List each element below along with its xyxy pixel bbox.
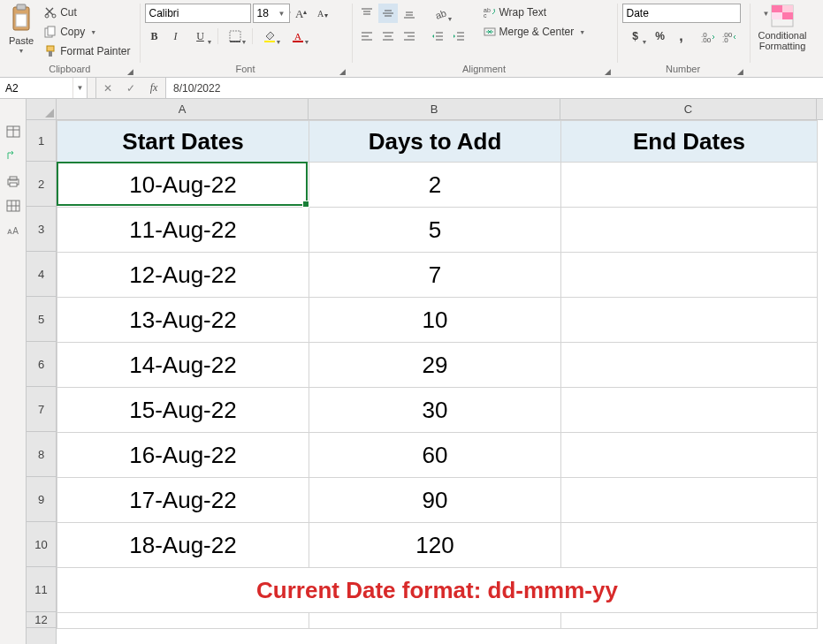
font-size-input[interactable] <box>254 4 275 22</box>
decrease-decimal-button[interactable]: .00.0 <box>720 27 739 46</box>
decrease-indent-button[interactable] <box>428 27 447 46</box>
cell[interactable]: 14-Aug-22 <box>57 343 309 388</box>
cancel-formula-button[interactable]: ✕ <box>96 78 119 98</box>
conditional-formatting-button[interactable]: Conditional Formatting <box>755 2 811 53</box>
align-left-button[interactable] <box>357 27 377 46</box>
clipboard-launcher[interactable]: ◢ <box>126 66 136 77</box>
cell[interactable] <box>561 613 818 629</box>
cell[interactable]: 7 <box>309 253 561 298</box>
row-header-9[interactable]: 9 <box>27 477 56 522</box>
cell[interactable]: 13-Aug-22 <box>57 298 309 343</box>
row-header-5[interactable]: 5 <box>27 297 56 342</box>
cell[interactable]: 15-Aug-22 <box>57 388 309 433</box>
formula-input[interactable]: 8/10/2022 <box>166 78 823 98</box>
row-header-4[interactable]: 4 <box>27 252 56 297</box>
font-launcher[interactable]: ◢ <box>338 66 348 77</box>
cell[interactable]: 12-Aug-22 <box>57 253 309 298</box>
cell[interactable] <box>57 613 309 629</box>
header-cell[interactable]: Days to Add <box>309 121 561 163</box>
spreadsheet-grid[interactable]: ABC 123456789101112 Start DatesDays to A… <box>27 99 823 644</box>
cell[interactable] <box>561 298 818 343</box>
cell[interactable]: 18-Aug-22 <box>57 523 309 568</box>
cell[interactable]: 16-Aug-22 <box>57 433 309 478</box>
cell[interactable] <box>561 163 818 208</box>
comma-button[interactable]: , <box>672 27 691 46</box>
cell[interactable] <box>561 343 818 388</box>
number-format-input[interactable] <box>623 4 763 22</box>
row-header-6[interactable]: 6 <box>27 342 56 387</box>
cell[interactable]: 60 <box>309 433 561 478</box>
column-header-A[interactable]: A <box>57 99 309 119</box>
percent-button[interactable]: % <box>651 27 670 46</box>
decrease-font-button[interactable]: A▾ <box>313 4 332 23</box>
row-header-12[interactable]: 12 <box>27 612 56 628</box>
increase-decimal-button[interactable]: .0.00 <box>698 27 718 46</box>
cell[interactable]: 120 <box>309 523 561 568</box>
orientation-button[interactable]: ab▼ <box>428 4 454 23</box>
wrap-text-button[interactable]: abc Wrap Text <box>480 4 590 21</box>
cell[interactable] <box>309 613 561 629</box>
name-box-input[interactable] <box>0 78 72 98</box>
toolstrip-print-icon[interactable] <box>4 173 22 189</box>
align-bottom-button[interactable] <box>400 4 419 23</box>
cell[interactable] <box>561 523 818 568</box>
enter-formula-button[interactable]: ✓ <box>119 78 142 98</box>
italic-button[interactable]: I <box>166 27 186 46</box>
toolstrip-text-icon[interactable]: ᴀA <box>4 223 22 239</box>
increase-indent-button[interactable] <box>449 27 469 46</box>
format-painter-button[interactable]: Format Painter <box>41 42 133 60</box>
underline-button[interactable]: U▼ <box>187 27 214 46</box>
number-launcher[interactable]: ◢ <box>735 66 746 77</box>
cut-button[interactable]: Cut <box>41 4 133 21</box>
note-cell[interactable]: Current Date format: dd-mmm-yy <box>57 568 818 613</box>
align-center-button[interactable] <box>378 27 398 46</box>
cell[interactable]: 90 <box>309 478 561 523</box>
cell[interactable] <box>561 253 818 298</box>
column-header-C[interactable]: C <box>560 99 817 119</box>
chevron-down-icon[interactable]: ▼ <box>72 78 87 98</box>
currency-button[interactable]: $▼ <box>622 27 649 46</box>
header-cell[interactable]: Start Dates <box>57 121 309 163</box>
cell[interactable]: 2 <box>309 163 561 208</box>
cell[interactable] <box>561 478 818 523</box>
bold-button[interactable]: B <box>145 27 164 46</box>
chevron-down-icon[interactable]: ▼ <box>275 10 289 18</box>
row-header-1[interactable]: 1 <box>27 120 56 162</box>
align-middle-button[interactable] <box>378 4 398 23</box>
increase-font-button[interactable]: A▴ <box>292 4 311 23</box>
align-top-button[interactable] <box>357 4 377 23</box>
align-right-button[interactable] <box>400 27 419 46</box>
cell[interactable]: 11-Aug-22 <box>57 208 309 253</box>
cell[interactable]: 10 <box>309 298 561 343</box>
insert-function-button[interactable]: fx <box>142 78 165 98</box>
borders-button[interactable]: ▼ <box>222 27 248 46</box>
cell[interactable]: 10-Aug-22 <box>57 163 309 208</box>
row-header-10[interactable]: 10 <box>27 522 56 567</box>
cell[interactable] <box>561 388 818 433</box>
font-name-combo[interactable]: ▼ <box>145 4 251 23</box>
cell[interactable] <box>561 433 818 478</box>
font-size-combo[interactable]: ▼ <box>253 4 290 23</box>
paste-button[interactable]: Paste ▼ <box>5 2 37 56</box>
cell[interactable]: 30 <box>309 388 561 433</box>
toolstrip-grid-icon[interactable] <box>4 198 22 214</box>
select-all-corner[interactable] <box>27 99 57 120</box>
cell[interactable]: 17-Aug-22 <box>57 478 309 523</box>
cell[interactable] <box>561 208 818 253</box>
row-header-11[interactable]: 11 <box>27 567 56 612</box>
merge-center-button[interactable]: Merge & Center ▼ <box>480 23 590 41</box>
header-cell[interactable]: End Dates <box>561 121 818 163</box>
alignment-launcher[interactable]: ◢ <box>603 66 613 77</box>
row-header-3[interactable]: 3 <box>27 207 56 252</box>
row-header-7[interactable]: 7 <box>27 387 56 432</box>
row-header-2[interactable]: 2 <box>27 162 56 207</box>
fill-color-button[interactable]: ▼ <box>256 27 283 46</box>
font-color-button[interactable]: A ▼ <box>285 27 311 46</box>
cell[interactable]: 29 <box>309 343 561 388</box>
toolstrip-step-icon[interactable] <box>4 148 22 164</box>
row-header-8[interactable]: 8 <box>27 432 56 477</box>
toolstrip-table-icon[interactable] <box>4 124 22 140</box>
number-format-combo[interactable]: ▼ <box>622 4 741 23</box>
cell[interactable]: 5 <box>309 208 561 253</box>
copy-button[interactable]: Copy ▼ <box>41 23 133 41</box>
